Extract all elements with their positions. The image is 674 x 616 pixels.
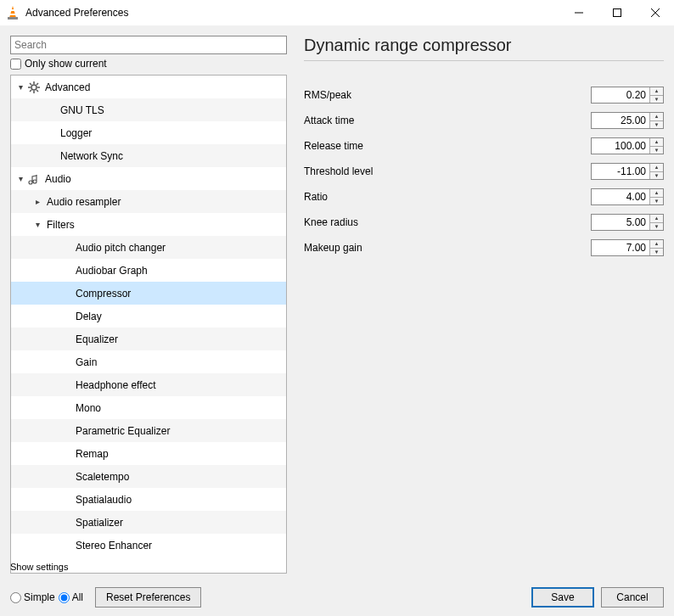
step-up-icon[interactable]: ▲ bbox=[650, 138, 663, 147]
step-down-icon[interactable]: ▼ bbox=[650, 147, 663, 154]
step-up-icon[interactable]: ▲ bbox=[650, 87, 663, 96]
simple-radio[interactable] bbox=[10, 592, 21, 603]
right-panel: Dynamic range compressor RMS/peak▲▼Attac… bbox=[304, 36, 664, 574]
step-down-icon[interactable]: ▼ bbox=[650, 223, 663, 231]
setting-input[interactable] bbox=[592, 189, 649, 204]
setting-row: Makeup gain▲▼ bbox=[304, 239, 664, 256]
chevron-down-icon: ▾ bbox=[31, 220, 43, 229]
all-radio[interactable] bbox=[59, 592, 70, 603]
setting-input[interactable] bbox=[592, 215, 649, 230]
tree-item[interactable]: Stereo Enhancer bbox=[11, 534, 286, 557]
setting-input[interactable] bbox=[592, 113, 649, 128]
step-up-icon[interactable]: ▲ bbox=[650, 164, 663, 172]
setting-spinbox[interactable]: ▲▼ bbox=[591, 188, 664, 205]
setting-label: Threshold level bbox=[304, 165, 591, 177]
setting-spinbox[interactable]: ▲▼ bbox=[591, 112, 664, 129]
svg-line-14 bbox=[37, 90, 38, 92]
tree-item[interactable]: Network Sync bbox=[11, 144, 286, 167]
tree-item[interactable]: Gain bbox=[11, 350, 286, 373]
tree-item-label: Filters bbox=[43, 219, 75, 231]
tree-item[interactable]: Equalizer bbox=[11, 328, 286, 350]
tree-item-label: Gain bbox=[72, 356, 97, 368]
chevron-down-icon: ▾ bbox=[14, 174, 26, 183]
close-button[interactable] bbox=[636, 0, 674, 25]
settings-form: RMS/peak▲▼Attack time▲▼Release time▲▼Thr… bbox=[304, 87, 664, 256]
setting-spinbox[interactable]: ▲▼ bbox=[591, 214, 664, 231]
setting-row: Knee radius▲▼ bbox=[304, 214, 664, 231]
svg-line-13 bbox=[30, 83, 31, 85]
svg-rect-3 bbox=[8, 17, 18, 20]
tree-item[interactable]: Delay bbox=[11, 305, 286, 328]
setting-input[interactable] bbox=[592, 240, 649, 255]
tree-item[interactable]: Scaletempo bbox=[11, 465, 286, 488]
tree-item-label: Logger bbox=[57, 127, 92, 139]
tree-item-label: Audiobar Graph bbox=[72, 265, 148, 277]
step-up-icon[interactable]: ▲ bbox=[650, 240, 663, 249]
setting-spinbox[interactable]: ▲▼ bbox=[591, 87, 664, 104]
title-bar: Advanced Preferences bbox=[0, 0, 674, 25]
tree-item-label: Audio pitch changer bbox=[72, 242, 166, 254]
tree-item[interactable]: Logger bbox=[11, 121, 286, 144]
vlc-icon bbox=[5, 5, 20, 20]
search-input[interactable] bbox=[10, 36, 287, 54]
tree-item[interactable]: ▾Filters bbox=[11, 213, 286, 236]
tree-item-label: Stereo Enhancer bbox=[72, 540, 152, 552]
tree-item-label: Network Sync bbox=[57, 150, 123, 162]
svg-line-16 bbox=[30, 90, 31, 92]
tree-item-label: Audio bbox=[42, 173, 71, 185]
tree-item[interactable]: Headphone effect bbox=[11, 373, 286, 396]
reset-preferences-button[interactable]: Reset Preferences bbox=[95, 587, 201, 608]
setting-input[interactable] bbox=[592, 87, 649, 103]
maximize-button[interactable] bbox=[598, 0, 636, 25]
step-up-icon[interactable]: ▲ bbox=[650, 113, 663, 121]
step-down-icon[interactable]: ▼ bbox=[650, 96, 663, 104]
show-settings-all[interactable]: All bbox=[59, 591, 83, 603]
save-button[interactable]: Save bbox=[531, 587, 594, 608]
setting-spinbox[interactable]: ▲▼ bbox=[591, 239, 664, 256]
step-up-icon[interactable]: ▲ bbox=[650, 189, 663, 198]
step-down-icon[interactable]: ▼ bbox=[650, 198, 663, 205]
tree-item[interactable]: ▸Audio resampler bbox=[11, 190, 286, 213]
only-show-current-checkbox[interactable] bbox=[10, 59, 21, 70]
show-settings-group: Show settings Simple All Reset Preferenc… bbox=[10, 587, 201, 608]
tree-item[interactable]: GNU TLS bbox=[11, 98, 286, 121]
tree-item[interactable]: Audio pitch changer bbox=[11, 236, 286, 259]
tree-item-label: Compressor bbox=[72, 288, 131, 300]
chevron-right-icon: ▸ bbox=[31, 197, 43, 206]
setting-spinbox[interactable]: ▲▼ bbox=[591, 137, 664, 154]
svg-point-8 bbox=[31, 85, 37, 90]
tree-item[interactable]: Mono bbox=[11, 396, 286, 419]
tree-item[interactable]: Compressor bbox=[11, 282, 286, 305]
setting-row: Attack time▲▼ bbox=[304, 112, 664, 129]
tree-item-label: Delay bbox=[72, 311, 102, 322]
panel-title: Dynamic range compressor bbox=[304, 36, 664, 61]
tree-item-label: Advanced bbox=[42, 81, 90, 93]
setting-input[interactable] bbox=[592, 138, 649, 154]
tree-item[interactable]: Spatialaudio bbox=[11, 488, 286, 511]
svg-rect-2 bbox=[9, 14, 15, 15]
svg-rect-1 bbox=[10, 9, 15, 11]
setting-spinbox[interactable]: ▲▼ bbox=[591, 163, 664, 180]
setting-label: Knee radius bbox=[304, 216, 591, 228]
tree-item[interactable]: ▾Advanced bbox=[11, 76, 286, 98]
setting-input[interactable] bbox=[592, 164, 649, 179]
tree-item[interactable]: Parametric Equalizer bbox=[11, 419, 286, 442]
show-settings-simple[interactable]: Simple bbox=[10, 591, 55, 603]
chevron-down-icon: ▾ bbox=[14, 82, 26, 92]
tree-item[interactable]: Spatializer bbox=[11, 511, 286, 534]
tree-item-label: Spatialaudio bbox=[72, 494, 132, 506]
minimize-button[interactable] bbox=[559, 0, 598, 25]
step-down-icon[interactable]: ▼ bbox=[650, 121, 663, 129]
svg-marker-0 bbox=[9, 6, 16, 18]
only-show-current-row: Only show current bbox=[10, 58, 287, 70]
step-down-icon[interactable]: ▼ bbox=[650, 172, 663, 180]
cancel-button[interactable]: Cancel bbox=[601, 587, 664, 608]
tree-item[interactable]: Remap bbox=[11, 442, 286, 465]
tree-item[interactable]: Audiobar Graph bbox=[11, 259, 286, 282]
gear-icon bbox=[26, 81, 42, 93]
tree-item[interactable]: ▾Audio bbox=[11, 167, 286, 190]
step-down-icon[interactable]: ▼ bbox=[650, 249, 663, 256]
setting-label: Makeup gain bbox=[304, 242, 591, 254]
step-up-icon[interactable]: ▲ bbox=[650, 215, 663, 223]
preferences-tree-scroll[interactable]: ▾AdvancedGNU TLSLoggerNetwork Sync▾Audio… bbox=[11, 76, 286, 573]
